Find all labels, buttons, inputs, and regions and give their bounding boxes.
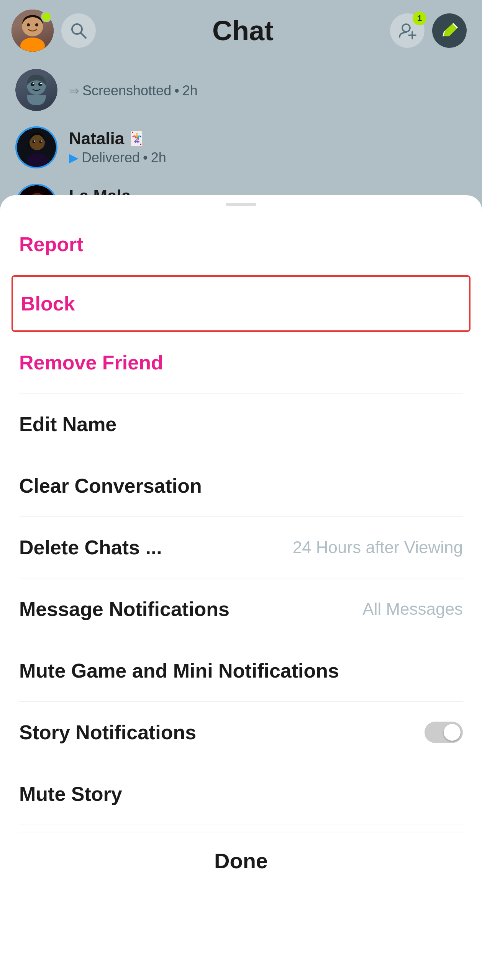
clear-conversation-label: Clear Conversation: [19, 474, 202, 497]
svg-point-22: [41, 140, 42, 142]
separator: •: [143, 150, 148, 166]
time-text: 2h: [151, 150, 166, 166]
chat-settings-button[interactable]: [432, 13, 467, 48]
story-notifications-toggle[interactable]: [425, 722, 463, 743]
svg-point-1: [20, 38, 45, 52]
report-menu-item[interactable]: Report: [19, 214, 463, 275]
screenshot-icon: ⇒: [69, 83, 79, 98]
mute-story-label: Mute Story: [19, 782, 122, 805]
chat-screen: Chat 1: [0, 0, 482, 241]
status-text: Delivered: [82, 150, 140, 166]
message-notifications-label: Message Notifications: [19, 598, 230, 621]
name-text: Natalia: [69, 129, 124, 148]
search-button[interactable]: [61, 13, 96, 48]
remove-friend-menu-item[interactable]: Remove Friend: [19, 332, 463, 394]
delivered-icon: ▶: [69, 150, 79, 165]
emoji-badge: 🃏: [128, 131, 145, 147]
svg-point-17: [26, 154, 48, 167]
separator: •: [174, 83, 179, 99]
header-right: 1: [390, 13, 467, 48]
delete-chats-value: 24 Hours after Viewing: [293, 538, 463, 557]
list-item[interactable]: ⇒ Screenshotted • 2h: [0, 61, 482, 119]
story-notifications-label: Story Notifications: [19, 721, 196, 744]
done-button[interactable]: Done: [19, 833, 463, 881]
delete-chats-label: Delete Chats ...: [19, 536, 162, 559]
chat-avatar: [15, 126, 57, 168]
chat-avatar: [15, 69, 57, 111]
svg-line-6: [80, 33, 86, 38]
svg-point-4: [35, 23, 38, 26]
story-notifications-menu-item[interactable]: Story Notifications: [19, 702, 463, 763]
mute-game-label: Mute Game and Mini Notifications: [19, 659, 339, 682]
online-indicator: [41, 11, 52, 22]
block-menu-item[interactable]: Block: [11, 275, 471, 332]
chat-name: Natalia 🃏: [69, 129, 467, 148]
report-label: Report: [19, 233, 84, 256]
svg-point-13: [33, 83, 34, 84]
block-label: Block: [21, 292, 75, 315]
delete-chats-menu-item[interactable]: Delete Chats ... 24 Hours after Viewing: [19, 517, 463, 578]
chat-info: ⇒ Screenshotted • 2h: [69, 81, 467, 99]
notification-badge: 1: [413, 11, 426, 25]
svg-point-14: [40, 83, 42, 84]
bottom-sheet: Report Block Remove Friend Edit Name Cle…: [0, 195, 482, 980]
svg-point-11: [31, 82, 34, 86]
user-avatar-container[interactable]: [11, 10, 54, 52]
svg-point-21: [34, 140, 35, 142]
sheet-handle: [226, 203, 256, 206]
remove-friend-label: Remove Friend: [19, 351, 163, 374]
message-notifications-value: All Messages: [362, 599, 463, 619]
edit-name-label: Edit Name: [19, 413, 116, 436]
ghost-bitmoji: [15, 69, 57, 111]
time-text: 2h: [182, 83, 198, 99]
message-notifications-menu-item[interactable]: Message Notifications All Messages: [19, 578, 463, 640]
header-left: [11, 10, 96, 52]
chat-status: ⇒ Screenshotted • 2h: [69, 83, 467, 99]
svg-point-7: [402, 24, 410, 32]
header: Chat 1: [0, 0, 482, 61]
list-item[interactable]: Natalia 🃏 ▶ Delivered • 2h: [0, 119, 482, 176]
edit-name-menu-item[interactable]: Edit Name: [19, 394, 463, 455]
add-friend-button[interactable]: 1: [390, 13, 425, 48]
svg-point-3: [27, 23, 30, 26]
story-notifications-toggle-container: [425, 722, 463, 743]
toggle-knob: [444, 724, 461, 741]
mute-story-menu-item[interactable]: Mute Story: [19, 763, 463, 825]
chat-info: Natalia 🃏 ▶ Delivered • 2h: [69, 129, 467, 166]
mute-game-menu-item[interactable]: Mute Game and Mini Notifications: [19, 640, 463, 702]
clear-conversation-menu-item[interactable]: Clear Conversation: [19, 455, 463, 517]
chat-status: ▶ Delivered • 2h: [69, 150, 467, 166]
page-title: Chat: [96, 15, 390, 46]
status-text: Screenshotted: [82, 83, 171, 99]
natalia-avatar: [17, 128, 56, 167]
svg-point-12: [38, 82, 42, 86]
